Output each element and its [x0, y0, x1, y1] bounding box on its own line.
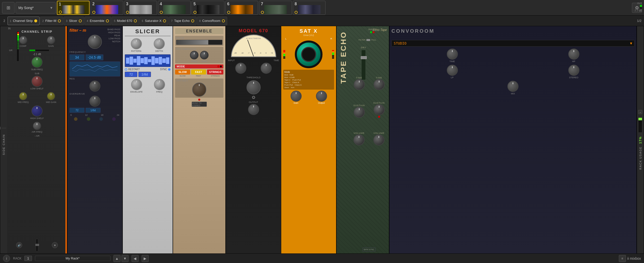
info-button[interactable]: i [3, 255, 10, 262]
satx-mode-option-2[interactable]: Mstr +12dB [284, 76, 333, 79]
slot-6[interactable]: 6 [225, 1, 258, 15]
te-time-label: TIME [356, 77, 363, 79]
cr-time-knob[interactable] [447, 49, 458, 60]
rack-song-name[interactable]: My Rack* [35, 256, 110, 261]
cs-speaker-btn[interactable]: 🔊 [16, 242, 22, 248]
ch-plugin-4[interactable]: 4 Ensemble [85, 17, 111, 25]
cs-eq-btn[interactable]: ≡ [52, 242, 58, 248]
m670-input-knob[interactable] [235, 63, 246, 74]
slicer-restart[interactable]: RESTART [125, 68, 140, 71]
cr-stereo-knob[interactable] [568, 65, 579, 76]
slot-4[interactable]: 4 [158, 1, 191, 15]
back-arrow-btn[interactable]: ◀ [132, 255, 139, 262]
ens-drywet-knob[interactable] [192, 83, 206, 97]
fm-overdrive-knob[interactable] [89, 96, 100, 107]
cs-lowshelf-label: LOW SHELF [30, 87, 44, 90]
slot-7[interactable]: 7 [259, 1, 292, 15]
ch-plugin-6[interactable]: 6 Saturator-X [140, 17, 169, 25]
slot-1[interactable]: 1 [57, 1, 90, 15]
cs-fader-thumb[interactable] [35, 244, 39, 246]
te-dry-fader-thumb[interactable] [361, 56, 367, 59]
cr-mix-knob[interactable] [507, 81, 518, 92]
mixbox-eq-btn[interactable]: ≡ [619, 255, 626, 262]
cs-midfreq-knob[interactable] [19, 92, 27, 100]
grid-button[interactable]: ⊞ [2, 2, 15, 14]
te-sustain-knob[interactable] [354, 107, 365, 118]
cs-fader-track[interactable] [36, 239, 38, 251]
ch-plugin-2[interactable]: 2 Filter-M [40, 17, 63, 25]
ch5-power[interactable] [134, 19, 137, 22]
fm-val-72[interactable]: 72 [69, 108, 85, 113]
slicer-val-72[interactable]: 72 [125, 72, 137, 77]
ch-plugin-5[interactable]: 5 Model 670 [112, 17, 139, 25]
ens-freq-knob[interactable] [190, 51, 198, 59]
up-arrow-btn[interactable]: ▲ [113, 255, 120, 262]
m670-threshold-knob[interactable] [247, 80, 261, 94]
down-arrow-btn[interactable]: ▼ [122, 255, 129, 262]
rack-num[interactable]: 1 [24, 256, 32, 261]
slot-3[interactable]: 3 [124, 1, 157, 15]
ch6-power[interactable] [163, 19, 166, 22]
ens-mono-stereo-btn[interactable]: MONO TO STEREO [192, 102, 207, 107]
ch-plugin-8[interactable]: 8 ConvoRoom [197, 17, 227, 25]
song-selector[interactable]: My Song* ▼ [16, 2, 56, 14]
slicer-sync[interactable]: SYNC [160, 68, 171, 71]
ens-preemph-label: PRE EMPHASIS [176, 48, 222, 50]
te-volume-knob[interactable] [353, 134, 365, 145]
ch-plugin-3[interactable]: 3 Slicer [64, 17, 84, 25]
ch4-power[interactable] [106, 19, 109, 22]
cs-midgain-knob[interactable] [47, 92, 55, 100]
te-dry-fader[interactable] [361, 50, 366, 80]
cr-lp-knob[interactable] [447, 65, 458, 76]
slicer-pattern-knob[interactable] [131, 38, 142, 49]
ens-slow-btn[interactable]: SLOW [175, 69, 190, 74]
slot-2[interactable]: 2 [91, 1, 123, 15]
cs-highshelf-knob[interactable] [31, 105, 43, 117]
cr-hp-knob[interactable] [568, 49, 579, 60]
satx-main-knob[interactable] [295, 41, 323, 68]
fm-db-value[interactable]: -24.5 dB [86, 54, 103, 60]
rack-usage-eq-btn[interactable]: ≡ [638, 110, 642, 114]
cr-time-label: TIME [450, 60, 455, 63]
fm-val-18d[interactable]: 1/8d [86, 108, 101, 113]
ch7-power[interactable] [191, 19, 194, 22]
te-volume2-knob[interactable] [373, 134, 384, 145]
fm-freq-value[interactable]: 34 [69, 54, 85, 60]
ch8-power[interactable] [222, 19, 225, 22]
m670-time-knob[interactable] [261, 63, 272, 74]
cs-subfreq-knob[interactable] [31, 57, 43, 68]
ch3-power[interactable] [79, 19, 82, 22]
te-filter-switch[interactable] [366, 39, 370, 41]
ch2-power[interactable] [58, 19, 61, 22]
slicer-freq-knob[interactable] [154, 79, 165, 90]
satx-gain-knob[interactable] [291, 91, 302, 102]
fm-res-knob[interactable] [89, 81, 100, 92]
fm-main-knob[interactable] [88, 35, 102, 49]
mode-led-2 [220, 65, 222, 67]
ens-fast-btn[interactable]: FAST [191, 69, 206, 74]
cs-comp-knob[interactable] [19, 36, 27, 44]
slot-8[interactable]: 8 [293, 1, 326, 15]
te-time-knob[interactable] [354, 79, 365, 90]
ch1-power[interactable] [34, 19, 37, 22]
satx-mode-option-1[interactable]: Mstr +6dB [284, 74, 333, 76]
slicer-val-18d[interactable]: 1/8d [138, 72, 151, 77]
satx-output-knob[interactable] [316, 91, 327, 102]
fwd-arrow-btn[interactable]: ▶ [142, 255, 149, 262]
ens-strings-btn[interactable]: STRINGS [207, 69, 223, 74]
slicer-envelope-knob[interactable] [131, 79, 142, 90]
ens-gain-knob[interactable] [200, 51, 209, 59]
cr-preset-bar[interactable]: STUDIO ▼ [391, 40, 634, 47]
te-sustain2-knob[interactable] [374, 104, 385, 115]
cs-lowshelf-knob[interactable] [31, 76, 43, 87]
cs-gain-knob[interactable] [47, 36, 55, 44]
cs-airfreq-knob[interactable] [33, 122, 41, 130]
ch-plugin-1[interactable]: 1 Channel Strip [8, 17, 39, 25]
slicer-depth-knob[interactable] [154, 38, 165, 49]
ch-plugin-7[interactable]: 7 Tape Echo [169, 17, 196, 25]
sidechain-knob-2[interactable] [0, 126, 1, 130]
te-time2-knob[interactable] [374, 79, 385, 90]
te-bpm-sync[interactable]: BPM SYNC [363, 248, 376, 251]
slot-5[interactable]: 5 [192, 1, 224, 15]
m670-output-knob[interactable] [248, 104, 259, 115]
